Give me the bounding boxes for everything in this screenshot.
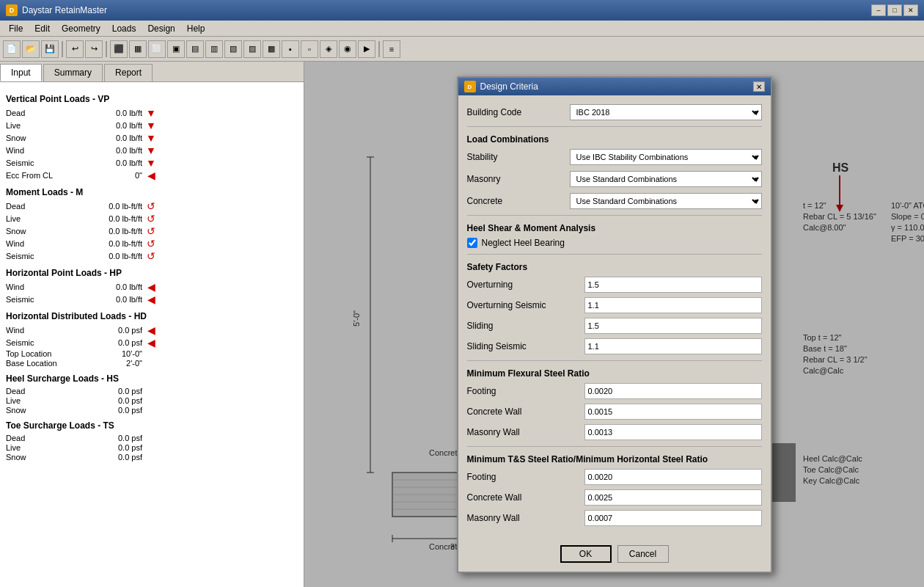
divider-1 <box>467 126 762 127</box>
ts-footing-input[interactable] <box>584 469 762 485</box>
list-item: Snow 0.0 lb/ft ▼ <box>6 132 298 144</box>
tool-7[interactable]: ▧ <box>224 40 242 58</box>
vp-wind-label: Wind <box>6 146 79 155</box>
tool-1[interactable]: ⬛ <box>110 40 128 58</box>
neglect-heel-row: Neglect Heel Bearing <box>467 238 762 248</box>
menu-help[interactable]: Help <box>181 22 211 35</box>
m-wind-arrow: ↺ <box>145 238 157 249</box>
tool-3[interactable]: ⬜ <box>148 40 166 58</box>
load-combinations-header: Load Combinations <box>467 134 762 145</box>
dialog-body: Building Code IBC 2018 IBC 2015 IBC 2012… <box>458 95 771 539</box>
list-item: Dead 0.0 psf <box>6 434 298 442</box>
dialog-title: Design Criteria <box>480 81 753 92</box>
tool-2[interactable]: ▦ <box>129 40 147 58</box>
menu-geometry[interactable]: Geometry <box>56 22 106 35</box>
hp-seismic-arrow: ◀ <box>145 294 157 305</box>
sliding-row: Sliding <box>467 318 762 334</box>
hs-snow-label: Snow <box>6 406 79 415</box>
vp-live-label: Live <box>6 121 79 130</box>
tool-10[interactable]: ▪ <box>282 40 299 58</box>
overturning-seismic-row: Overturning Seismic <box>467 297 762 313</box>
new-button[interactable]: 📄 <box>3 40 21 58</box>
ts-live-value: 0.0 psf <box>79 443 145 452</box>
flex-concrete-wall-input[interactable] <box>584 404 762 420</box>
toolbar-sep-2 <box>106 41 107 57</box>
minimize-button[interactable]: – <box>871 4 886 16</box>
tool-9[interactable]: ▩ <box>263 40 280 58</box>
m-seismic-arrow: ↺ <box>145 250 157 262</box>
hp-wind-arrow: ◀ <box>145 281 157 293</box>
tool-8[interactable]: ▨ <box>243 40 261 58</box>
toolbar-sep-1 <box>62 41 63 57</box>
tab-input[interactable]: Input <box>0 64 42 81</box>
divider-3 <box>467 254 762 255</box>
m-live-arrow: ↺ <box>145 213 157 225</box>
dialog-overlay: D Design Criteria ✕ Building Code IBC 20… <box>304 62 924 587</box>
tab-report[interactable]: Report <box>104 64 153 81</box>
menu-loads[interactable]: Loads <box>106 22 142 35</box>
overturning-seismic-label: Overturning Seismic <box>467 300 584 310</box>
section-m-title: Moment Loads - M <box>6 187 298 197</box>
redo-button[interactable]: ↪ <box>85 40 103 58</box>
ts-footing-row: Footing <box>467 469 762 485</box>
overturning-input[interactable] <box>584 277 762 293</box>
save-button[interactable]: 💾 <box>41 40 59 58</box>
m-live-label: Live <box>6 214 79 223</box>
menu-file[interactable]: File <box>3 22 29 35</box>
overturning-label: Overturning <box>467 280 584 290</box>
flex-masonry-wall-input[interactable] <box>584 424 762 440</box>
ok-button[interactable]: OK <box>560 545 612 563</box>
tool-12[interactable]: ◈ <box>320 40 337 58</box>
flex-footing-input[interactable] <box>584 383 762 399</box>
vp-live-arrow: ▼ <box>145 120 157 131</box>
masonry-select-wrapper: Use Standard Combinations Use IBC Combin… <box>570 171 762 187</box>
sliding-seismic-input[interactable] <box>584 338 762 354</box>
ts-masonry-wall-input[interactable] <box>584 510 762 526</box>
tool-4[interactable]: ▣ <box>167 40 185 58</box>
vp-dead-arrow: ▼ <box>145 107 157 119</box>
overturning-seismic-input[interactable] <box>584 297 762 313</box>
tool-15[interactable]: ≡ <box>383 40 400 58</box>
design-criteria-dialog: D Design Criteria ✕ Building Code IBC 20… <box>457 76 772 573</box>
menu-edit[interactable]: Edit <box>29 22 56 35</box>
vp-ecc-arrow: ◀ <box>145 169 157 181</box>
maximize-button[interactable]: □ <box>887 4 902 16</box>
masonry-row: Masonry Use Standard Combinations Use IB… <box>467 171 762 187</box>
open-button[interactable]: 📂 <box>22 40 40 58</box>
window-controls[interactable]: – □ ✕ <box>871 4 918 16</box>
cancel-button[interactable]: Cancel <box>617 545 669 563</box>
tool-14[interactable]: ▶ <box>358 40 375 58</box>
building-code-select[interactable]: IBC 2018 IBC 2015 IBC 2012 <box>570 104 762 120</box>
tool-13[interactable]: ◉ <box>339 40 356 58</box>
dialog-close-button[interactable]: ✕ <box>753 81 765 92</box>
m-seismic-value: 0.0 lb-ft/ft <box>79 252 145 260</box>
flex-footing-label: Footing <box>467 386 584 396</box>
tab-summary[interactable]: Summary <box>43 64 103 81</box>
sliding-input[interactable] <box>584 318 762 334</box>
menu-design[interactable]: Design <box>142 22 180 35</box>
vp-wind-value: 0.0 lb/ft <box>79 146 145 155</box>
sliding-seismic-row: Sliding Seismic <box>467 338 762 354</box>
stability-select[interactable]: Use IBC Stability Combinations Use Stand… <box>570 149 762 165</box>
vp-dead-label: Dead <box>6 109 79 117</box>
masonry-select[interactable]: Use Standard Combinations Use IBC Combin… <box>570 171 762 187</box>
undo-button[interactable]: ↩ <box>66 40 84 58</box>
hp-seismic-value: 0.0 lb/ft <box>79 295 145 304</box>
concrete-select[interactable]: Use Standard Combinations Use IBC Combin… <box>570 193 762 209</box>
close-button[interactable]: ✕ <box>903 4 918 16</box>
neglect-heel-checkbox[interactable] <box>467 238 477 248</box>
tool-11[interactable]: ▫ <box>301 40 318 58</box>
vp-snow-label: Snow <box>6 134 79 142</box>
m-snow-arrow: ↺ <box>145 225 157 237</box>
tool-5[interactable]: ▤ <box>186 40 204 58</box>
hs-snow-value: 0.0 psf <box>79 406 145 415</box>
dialog-title-bar: D Design Criteria ✕ <box>458 78 771 95</box>
hd-wind-label: Wind <box>6 326 79 335</box>
ts-concrete-wall-input[interactable] <box>584 489 762 506</box>
min-ts-header: Minimum T&S Steel Ratio/Minimum Horizont… <box>467 454 762 464</box>
tool-6[interactable]: ▥ <box>205 40 223 58</box>
list-item: Wind 0.0 psf ◀ <box>6 324 298 336</box>
vp-snow-value: 0.0 lb/ft <box>79 134 145 142</box>
list-item: Snow 0.0 lb-ft/ft ↺ <box>6 225 298 237</box>
m-snow-label: Snow <box>6 227 79 236</box>
